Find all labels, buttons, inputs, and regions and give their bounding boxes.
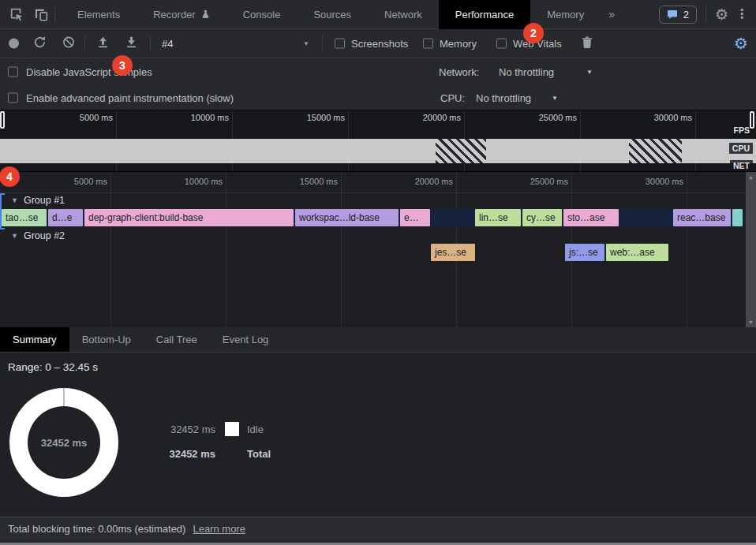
divider bbox=[322, 36, 323, 50]
flame-bar[interactable]: lin…se bbox=[475, 209, 521, 226]
load-profile-button[interactable] bbox=[96, 35, 110, 51]
checkbox-advanced-paint[interactable]: Enable advanced paint instrumentation (s… bbox=[8, 91, 234, 103]
settings-gear-icon[interactable]: ⚙ bbox=[715, 7, 728, 22]
summary-panel: Range: 0 – 32.45 s 32452 ms 32452 msIdle… bbox=[0, 353, 756, 517]
devtools-window: ElementsRecorderConsoleSourcesNetworkPer… bbox=[0, 0, 756, 545]
tab-sources[interactable]: Sources bbox=[297, 0, 368, 29]
capture-settings-gear-icon[interactable]: ⚙ bbox=[734, 35, 748, 51]
tab-summary[interactable]: Summary bbox=[0, 327, 69, 352]
checkbox-box bbox=[8, 66, 18, 77]
legend-swatch bbox=[225, 422, 239, 436]
legend-value: 32452 ms bbox=[152, 424, 215, 435]
inspect-element-icon[interactable] bbox=[9, 6, 24, 22]
donut-total-label: 32452 ms bbox=[41, 437, 88, 449]
history-dropdown[interactable]: #4 bbox=[162, 38, 173, 50]
divider bbox=[705, 7, 706, 21]
checkbox-label: Disable JavaScript samples bbox=[26, 65, 152, 77]
flame-bar[interactable]: jes…se bbox=[431, 244, 475, 261]
checkbox-box bbox=[496, 39, 507, 49]
checkbox-label: Memory bbox=[440, 38, 477, 50]
issues-chip[interactable]: 2 bbox=[659, 6, 697, 24]
flame-bar[interactable]: e… bbox=[400, 209, 430, 226]
cpu-select-arrow[interactable]: ▼ bbox=[552, 94, 558, 101]
clear-button[interactable] bbox=[62, 36, 75, 51]
legend-value: 32452 ms bbox=[152, 448, 215, 460]
save-profile-button[interactable] bbox=[125, 35, 138, 51]
tab-label: Memory bbox=[547, 9, 584, 21]
group-header-group-2[interactable]: ▼Group #2 bbox=[11, 229, 65, 243]
flame-bar[interactable]: dep-graph-client:build-base bbox=[84, 209, 294, 226]
checkbox-box bbox=[335, 39, 345, 49]
tab-network[interactable]: Network bbox=[368, 0, 439, 29]
issues-count: 2 bbox=[683, 9, 689, 21]
tab-elements[interactable]: Elements bbox=[61, 0, 137, 29]
tab-label: Network bbox=[384, 9, 422, 21]
flame-gridline bbox=[226, 172, 226, 327]
flame-bar[interactable]: tao…se bbox=[2, 209, 47, 226]
timeline-overview[interactable]: 5000 ms10000 ms15000 ms20000 ms25000 ms3… bbox=[0, 110, 756, 172]
step-badge-3: 3 bbox=[112, 55, 133, 76]
overview-gridline bbox=[695, 110, 696, 172]
flame-tick-label: 25000 ms bbox=[510, 177, 568, 186]
footer-bar: Total blocking time: 0.00ms (estimated) … bbox=[0, 517, 756, 539]
scroll-up-icon[interactable]: ▲ bbox=[748, 174, 754, 180]
device-toolbar-icon[interactable] bbox=[33, 6, 49, 22]
flame-tick-label: 20000 ms bbox=[395, 177, 453, 186]
trash-icon[interactable] bbox=[582, 36, 593, 51]
reload-and-record-button[interactable] bbox=[33, 35, 47, 51]
cpu-label: CPU: bbox=[440, 91, 465, 103]
legend-row-total: 32452 msTotal bbox=[152, 446, 271, 461]
window-bottom-edge bbox=[0, 539, 756, 545]
group-header-group-1[interactable]: ▼Group #1 bbox=[11, 193, 65, 207]
total-blocking-time-text: Total blocking time: 0.00ms (estimated) bbox=[8, 523, 185, 535]
tab-recorder[interactable]: Recorder bbox=[137, 0, 226, 29]
overview-right-handle[interactable] bbox=[750, 111, 754, 129]
tab-performance[interactable]: Performance bbox=[439, 0, 530, 29]
more-tabs-button[interactable]: » bbox=[601, 9, 623, 20]
tab-memory[interactable]: Memory bbox=[530, 0, 601, 29]
network-select-arrow[interactable]: ▼ bbox=[586, 68, 593, 75]
summary-donut-chart: 32452 ms bbox=[9, 388, 118, 497]
network-throttling-select[interactable]: No throttling bbox=[499, 65, 554, 77]
overview-left-handle[interactable] bbox=[0, 111, 5, 129]
tab-call-tree[interactable]: Call Tree bbox=[144, 327, 210, 352]
flame-scrollbar[interactable]: ▲ ▼ bbox=[746, 172, 756, 327]
overview-gridline bbox=[116, 110, 117, 172]
learn-more-link[interactable]: Learn more bbox=[193, 523, 245, 535]
history-dropdown-arrow[interactable]: ▼ bbox=[303, 40, 309, 47]
flame-tick-label: 10000 ms bbox=[164, 177, 223, 186]
overview-gridline bbox=[464, 110, 465, 172]
tabbar-right-cluster: 2 ⚙ ⋮ bbox=[659, 6, 748, 24]
range-label: Range: 0 – 32.45 s bbox=[8, 361, 98, 373]
chevron-down-icon: ▼ bbox=[11, 196, 18, 204]
flame-bar[interactable]: d…e bbox=[48, 209, 83, 226]
checkbox-label: Screenshots bbox=[351, 38, 408, 50]
overview-gridline bbox=[232, 110, 233, 172]
flame-bar[interactable]: cy…se bbox=[522, 209, 562, 226]
tab-bottom-up[interactable]: Bottom-Up bbox=[69, 327, 144, 352]
flame-chart[interactable]: ▲ ▼ 5000 ms10000 ms15000 ms20000 ms25000… bbox=[0, 172, 756, 327]
cpu-hatch-region bbox=[629, 139, 682, 163]
flame-bar[interactable]: web:…ase bbox=[606, 244, 668, 261]
flame-tick-label: 15000 ms bbox=[279, 177, 338, 186]
checkbox-memory[interactable]: Memory bbox=[423, 38, 477, 50]
donut-hole: 32452 ms bbox=[28, 406, 100, 479]
checkbox-screenshots[interactable]: Screenshots bbox=[335, 38, 408, 50]
overview-tick-label: 5000 ms bbox=[54, 113, 113, 122]
cpu-throttling-select[interactable]: No throttling bbox=[476, 91, 531, 103]
tab-label: Performance bbox=[455, 9, 514, 21]
tab-event-log[interactable]: Event Log bbox=[210, 327, 282, 352]
tab-console[interactable]: Console bbox=[226, 0, 298, 29]
flame-bar[interactable]: js:…se bbox=[565, 244, 604, 261]
flame-bar[interactable]: sto…ase bbox=[563, 209, 619, 226]
kebab-menu-icon[interactable]: ⋮ bbox=[735, 8, 748, 21]
flame-bar[interactable] bbox=[732, 209, 743, 226]
flame-bar[interactable]: reac…base bbox=[673, 209, 731, 226]
scroll-down-icon[interactable]: ▼ bbox=[748, 319, 754, 325]
flame-bar[interactable]: workspac…ld-base bbox=[295, 209, 399, 226]
step-badge-4: 4 bbox=[0, 166, 20, 187]
overview-tick-label: 10000 ms bbox=[170, 113, 229, 122]
record-button[interactable] bbox=[9, 39, 19, 49]
group-label: Group #1 bbox=[24, 195, 65, 206]
overview-tick-label: 20000 ms bbox=[402, 113, 461, 122]
